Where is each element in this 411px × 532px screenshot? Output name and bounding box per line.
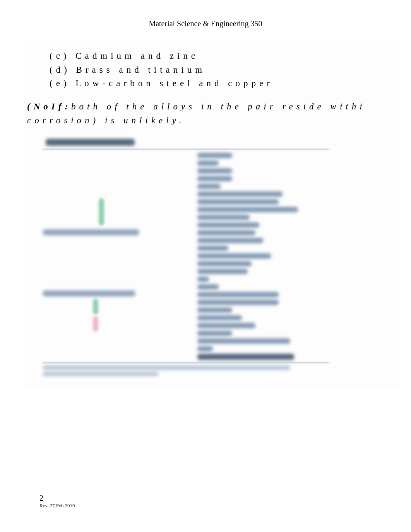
- pink-indicator: [93, 316, 98, 332]
- blur-segment: [197, 230, 255, 235]
- content-block: (c) Cadmium and zinc (d) Brass and titan…: [23, 42, 399, 387]
- note-plain-2a: corrosion: [27, 116, 93, 125]
- blur-caption: [43, 365, 290, 370]
- blur-side-label: [43, 229, 139, 235]
- blur-segment: [197, 261, 252, 266]
- blur-segment: [197, 323, 255, 328]
- blur-segment: [197, 331, 232, 336]
- blur-side-label: [43, 290, 135, 297]
- blur-segment: [197, 191, 283, 197]
- blur-segment: [197, 346, 213, 351]
- green-indicator: [99, 198, 104, 225]
- blur-segment: [197, 199, 279, 205]
- blur-segment: [197, 253, 271, 259]
- page-header: Material Science & Engineering 350: [0, 19, 411, 28]
- blur-segment: [197, 160, 219, 166]
- blur-caption: [43, 372, 159, 376]
- blurred-table-image: [43, 136, 337, 376]
- blur-segment: [197, 269, 248, 274]
- note-plain-2b: ) is unlikely.: [93, 116, 185, 125]
- blur-segment: [197, 354, 294, 360]
- note-plain-1: both of the alloys in the pair reside wi…: [71, 102, 366, 111]
- revision-text: Rev. 27.Feb.2019: [39, 503, 75, 509]
- page-number: 2: [39, 493, 75, 503]
- blur-segment: [197, 207, 298, 212]
- blur-segment: [197, 338, 290, 344]
- blur-segment: [197, 307, 232, 313]
- blur-segment: [197, 276, 209, 282]
- option-c: (c) Cadmium and zinc: [50, 49, 396, 63]
- option-d: (d) Brass and titanium: [50, 63, 396, 77]
- note-line-1: (NoIf:both of the alloys in the pair res…: [27, 100, 396, 114]
- blur-segment: [197, 238, 263, 243]
- note-bold-1: (No: [27, 102, 51, 111]
- green-indicator: [93, 299, 98, 314]
- table-rule: [43, 362, 329, 363]
- table-rule: [43, 149, 329, 150]
- document-page: Material Science & Engineering 350 (c) C…: [0, 0, 411, 532]
- blur-segment: [197, 292, 279, 297]
- blur-segment: [197, 284, 219, 290]
- note-line-2: corrosion) is unlikely.: [27, 114, 396, 128]
- blur-segment: [197, 168, 232, 174]
- blur-segment: [197, 176, 232, 181]
- blur-segment: [197, 184, 221, 189]
- blur-segment: [46, 139, 135, 146]
- page-footer: 2 Rev. 27.Feb.2019: [39, 493, 75, 509]
- blur-segment: [197, 153, 232, 158]
- note-block: (NoIf:both of the alloys in the pair res…: [27, 100, 396, 127]
- blur-segment: [197, 315, 242, 321]
- blur-segment: [197, 246, 228, 251]
- blur-segment: [197, 215, 250, 220]
- blur-segment: [197, 300, 279, 305]
- note-bold-2: If:: [51, 102, 71, 111]
- option-e: (e) Low-carbon steel and copper: [50, 77, 396, 90]
- blur-segment: [197, 222, 259, 228]
- header-title: Material Science & Engineering 350: [149, 19, 262, 28]
